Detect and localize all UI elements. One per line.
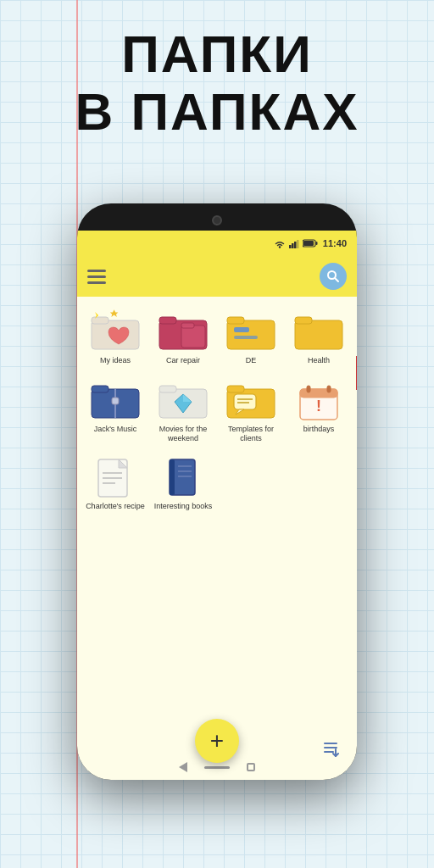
folder-car-repair-icon: [158, 309, 209, 353]
folder-birthdays-label: birthdays: [303, 425, 335, 434]
svg-rect-33: [227, 386, 244, 392]
folder-jacks-music-label: Jack's Music: [94, 425, 137, 434]
svg-rect-27: [112, 398, 119, 404]
fab-container: +: [195, 719, 239, 763]
svg-rect-34: [234, 394, 256, 409]
status-icons: 11:40: [274, 238, 347, 248]
folder-car-repair-label: Car repair: [166, 356, 200, 365]
svg-marker-13: [110, 309, 119, 317]
svg-rect-21: [234, 336, 258, 339]
folder-car-repair[interactable]: Car repair: [152, 305, 214, 369]
folder-interesting-books-label: Interesting books: [154, 502, 213, 511]
folder-templates-clients[interactable]: Templates for clients: [220, 374, 282, 447]
svg-rect-40: [307, 386, 310, 392]
phone-frame: 11:40: [77, 203, 357, 780]
search-icon: [326, 270, 340, 283]
svg-rect-4: [297, 240, 299, 248]
title-line1: ПАПКИ: [0, 25, 434, 83]
svg-rect-6: [303, 241, 314, 246]
folder-de-icon: [225, 309, 276, 353]
svg-rect-2: [292, 243, 294, 248]
app-bar: [77, 256, 357, 297]
svg-rect-20: [234, 327, 249, 332]
status-bar: 11:40: [77, 231, 357, 256]
folder-my-ideas-icon: [90, 309, 141, 353]
nav-recents[interactable]: [247, 763, 255, 771]
folder-templates-clients-label: Templates for clients: [221, 425, 281, 443]
svg-rect-3: [294, 242, 297, 248]
folder-birthdays[interactable]: ! birthdays: [287, 374, 350, 447]
folder-jacks-music[interactable]: Jack's Music: [84, 374, 147, 447]
folder-health-label: Health: [308, 356, 330, 365]
folder-movies-weekend[interactable]: Movies for the weekend: [152, 374, 214, 447]
title-section: ПАПКИ В ПАПКАХ: [0, 25, 434, 141]
folder-health-icon: [293, 309, 344, 353]
svg-text:!: !: [316, 398, 321, 415]
signal-icon: [289, 239, 299, 248]
folder-charlottes-recipe-icon: [90, 454, 141, 498]
menu-button[interactable]: [87, 270, 106, 284]
sort-icon: [321, 738, 340, 757]
folder-charlottes-recipe[interactable]: Charlotte's recipe: [84, 451, 147, 515]
svg-rect-23: [295, 317, 312, 324]
folder-templates-clients-icon: [225, 377, 276, 421]
svg-rect-17: [181, 323, 194, 328]
battery-icon: [303, 239, 318, 248]
svg-point-0: [279, 246, 281, 248]
svg-rect-15: [159, 317, 176, 324]
svg-rect-49: [170, 459, 175, 495]
svg-rect-16: [181, 326, 205, 348]
folder-health[interactable]: Health: [287, 305, 350, 369]
add-folder-button[interactable]: +: [195, 719, 239, 763]
folder-jacks-music-icon: [90, 377, 141, 421]
title-line2: В ПАПКАХ: [0, 83, 434, 141]
phone-camera: [212, 215, 222, 225]
svg-rect-41: [327, 386, 331, 392]
svg-rect-11: [92, 317, 108, 324]
search-button[interactable]: [320, 263, 347, 290]
svg-rect-39: [300, 389, 337, 398]
folder-my-ideas[interactable]: My ideas: [84, 305, 147, 369]
status-time: 11:40: [323, 238, 347, 248]
sort-button[interactable]: [321, 738, 340, 761]
folder-birthdays-icon: !: [293, 377, 344, 421]
wifi-icon: [274, 239, 286, 248]
nav-back[interactable]: [179, 762, 187, 772]
folder-my-ideas-label: My ideas: [100, 356, 131, 365]
folders-grid: My ideas Car repair: [84, 305, 350, 515]
app-content: My ideas Car repair: [77, 297, 357, 754]
folder-interesting-books[interactable]: Interesting books: [152, 451, 214, 515]
svg-rect-25: [92, 386, 108, 392]
svg-rect-18: [227, 320, 275, 349]
phone-side-button: [356, 356, 357, 390]
svg-rect-7: [315, 242, 317, 245]
svg-rect-1: [289, 245, 292, 248]
folder-interesting-books-icon: [158, 454, 209, 498]
svg-line-9: [335, 278, 338, 281]
folder-charlottes-recipe-label: Charlotte's recipe: [86, 502, 145, 511]
folder-de[interactable]: DE: [220, 305, 282, 369]
folder-de-label: DE: [246, 356, 257, 365]
folder-movies-weekend-icon: [158, 377, 209, 421]
folder-movies-weekend-label: Movies for the weekend: [153, 425, 213, 443]
nav-home[interactable]: [204, 766, 230, 769]
svg-rect-19: [227, 317, 244, 324]
svg-rect-22: [295, 320, 342, 349]
svg-rect-29: [159, 386, 176, 392]
